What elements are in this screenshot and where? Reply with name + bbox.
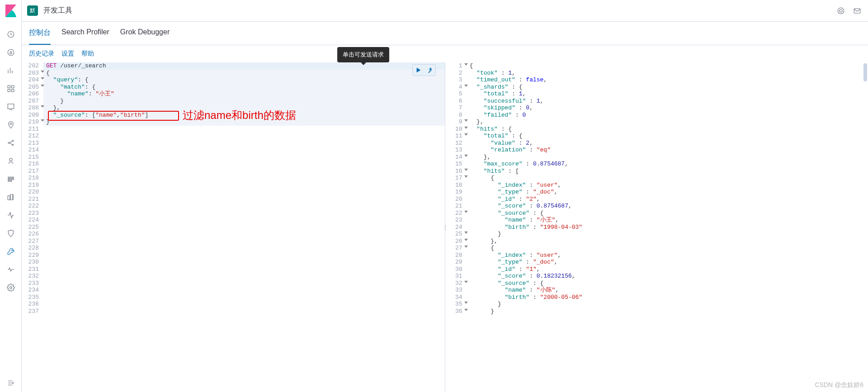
response-line[interactable]: 36 } [445,308,868,315]
response-line[interactable]: 25 } [445,231,868,238]
response-line[interactable]: 19 "_type" : "_doc", [445,189,868,196]
response-line[interactable]: 5 "total" : 1, [445,90,868,98]
editor-line[interactable]: 225 [22,224,445,231]
response-line[interactable]: 31 "_score" : 0.18232156, [445,273,868,280]
response-line[interactable]: 22 "_source" : { [445,210,868,217]
nav-monitoring-icon[interactable] [4,262,18,277]
editor-line[interactable]: 212 [22,132,445,140]
nav-devtools-icon[interactable] [4,244,18,259]
response-line[interactable]: 24 "birth" : "1998-04-03" [445,224,868,231]
response-line[interactable]: 27 { [445,245,868,252]
response-line[interactable]: 7 "skipped" : 0, [445,104,868,112]
nav-logs-icon[interactable] [4,172,18,186]
editor-line[interactable]: 214 [22,146,445,154]
response-line[interactable]: 14 }, [445,154,868,161]
editor-line[interactable]: 237 [22,308,445,315]
response-line[interactable]: 32 "_source" : { [445,280,868,287]
editor-line[interactable]: 219 [22,182,445,189]
kibana-logo[interactable] [4,4,18,18]
editor-line[interactable]: 207 } [22,98,445,105]
editor-line[interactable]: 235 [22,294,445,301]
editor-line[interactable]: 213 [22,140,445,147]
response-line[interactable]: 29 "_type" : "_doc", [445,259,868,266]
nav-maps-icon[interactable] [4,118,18,132]
response-line[interactable]: 23 "name" : "小王", [445,217,868,224]
editor-line[interactable]: 211 [22,126,445,133]
editor-line[interactable]: 226 [22,231,445,238]
editor-line[interactable]: 230 [22,259,445,266]
response-line[interactable]: 12 "value" : 2, [445,140,868,147]
editor-line[interactable]: 204 "query": { [22,76,445,84]
nav-collapse-icon[interactable] [4,376,18,390]
editor-line[interactable]: 223 [22,210,445,217]
tab-grok-debugger[interactable]: Grok Debugger [120,22,170,45]
editor-line[interactable]: 224 [22,217,445,224]
space-badge[interactable]: 默 [27,5,38,16]
editor-line[interactable]: 216 [22,161,445,168]
editor-line[interactable]: 210} [22,118,445,126]
editor-line[interactable]: 231 [22,266,445,273]
response-line[interactable]: 33 "name" : "小陈", [445,287,868,294]
response-line[interactable]: 15 "max_score" : 0.8754687, [445,161,868,168]
send-request-button[interactable] [414,66,424,75]
response-line[interactable]: 11 "total" : { [445,132,868,140]
editor-line[interactable]: 218 [22,175,445,182]
response-line[interactable]: 13 "relation" : "eq" [445,146,868,154]
response-line[interactable]: 10 "hits" : { [445,126,868,133]
editor-line[interactable]: 217 [22,168,445,175]
response-line[interactable]: 20 "_id" : "2", [445,196,868,203]
editor-line[interactable]: 232 [22,273,445,280]
editor-line[interactable]: 233 [22,280,445,287]
editor-line[interactable]: 215 [22,154,445,161]
nav-recent-icon[interactable] [4,27,18,42]
tab-search-profiler[interactable]: Search Profiler [61,22,109,45]
response-line[interactable]: 3 "timed_out" : false, [445,76,868,84]
editor-line[interactable]: 208 }, [22,104,445,112]
response-line[interactable]: 1{ [445,62,868,70]
nav-ml-icon[interactable] [4,136,18,150]
editor-line[interactable]: 221 [22,196,445,203]
editor-line[interactable]: 203{ [22,70,445,77]
help-link[interactable]: 帮助 [81,50,94,58]
editor-line[interactable]: 209 "_source": ["name","birth"] [22,112,445,119]
response-line[interactable]: 18 "_index" : "user", [445,182,868,189]
editor-line[interactable]: 236 [22,301,445,308]
response-line[interactable]: 21 "_score" : 0.8754687, [445,203,868,210]
mail-icon[interactable] [852,5,863,16]
response-line[interactable]: 2 "took" : 1, [445,70,868,77]
nav-discover-icon[interactable] [4,45,18,60]
history-link[interactable]: 历史记录 [29,50,54,58]
request-options-button[interactable] [425,66,434,75]
editor-line[interactable]: 222 [22,203,445,210]
response-line[interactable]: 34 "birth" : "2000-05-06" [445,294,868,301]
editor-line[interactable]: 228 [22,245,445,252]
editor-line[interactable]: 205 "match": { [22,84,445,91]
response-line[interactable]: 8 "failed" : 0 [445,112,868,119]
editor-line[interactable]: 220 [22,189,445,196]
nav-uptime-icon[interactable] [4,208,18,222]
response-line[interactable]: 26 }, [445,238,868,245]
nav-canvas-icon[interactable] [4,99,18,114]
response-line[interactable]: 9 }, [445,118,868,126]
response-line[interactable]: 17 { [445,175,868,182]
nav-management-icon[interactable] [4,280,18,295]
nav-apm-icon[interactable] [4,190,18,204]
tab-console[interactable]: 控制台 [29,22,51,45]
nav-siem-icon[interactable] [4,226,18,241]
editor-line[interactable]: 234 [22,287,445,294]
request-editor[interactable]: 202GET /user/_search203{204 "query": {20… [22,62,445,392]
editor-line[interactable]: 227 [22,238,445,245]
response-line[interactable]: 28 "_index" : "user", [445,252,868,259]
response-line[interactable]: 35 } [445,301,868,308]
editor-line[interactable]: 206 "name": "小王" [22,90,445,98]
nav-dashboard-icon[interactable] [4,81,18,96]
editor-line[interactable]: 229 [22,252,445,259]
nav-visualize-icon[interactable] [4,63,18,78]
newsfeed-icon[interactable] [835,5,846,16]
settings-link[interactable]: 设置 [61,50,74,58]
editor-line[interactable]: 202GET /user/_search [22,62,445,70]
nav-metrics-icon[interactable] [4,154,18,168]
response-line[interactable]: 6 "successful" : 1, [445,98,868,105]
response-viewer[interactable]: 1{2 "took" : 1,3 "timed_out" : false,4 "… [445,62,868,392]
response-line[interactable]: 4 "_shards" : { [445,84,868,91]
